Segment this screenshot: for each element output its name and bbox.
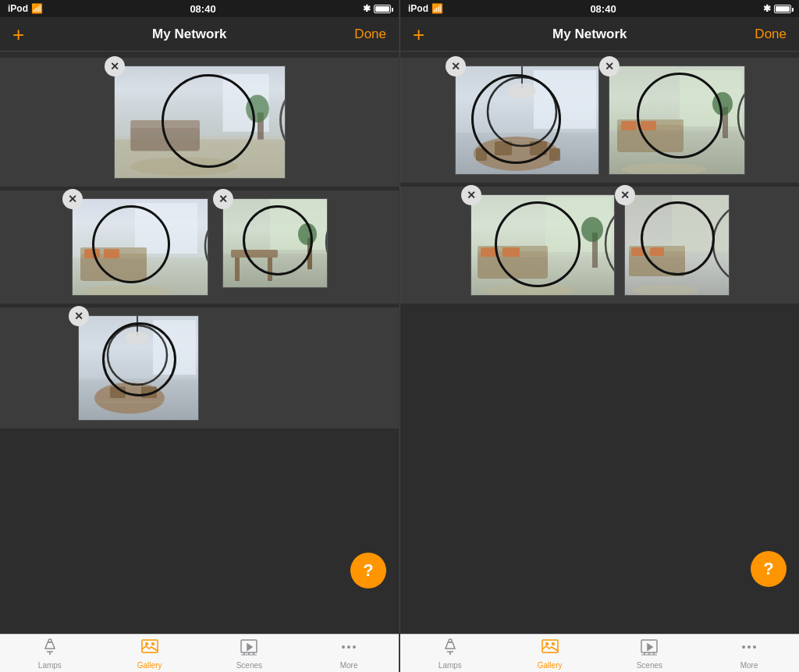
svg-point-28: [126, 332, 149, 344]
phone-panel-left: iPod 📶 08:40 ✱ + My Network Done ✕: [0, 0, 400, 672]
svg-rect-20: [235, 258, 240, 281]
nav-title-left: My Network: [152, 27, 226, 42]
svg-rect-26: [153, 320, 196, 375]
close-button-1[interactable]: ✕: [105, 56, 125, 76]
status-left: iPod 📶: [8, 3, 43, 14]
camera-item-r4[interactable]: ✕: [624, 194, 730, 296]
svg-point-85: [449, 639, 452, 642]
wifi-icon: 📶: [31, 3, 43, 14]
time-display-right: 08:40: [590, 3, 616, 15]
tab-more-left[interactable]: More: [299, 638, 399, 670]
camera-item-r1[interactable]: ✕: [455, 66, 599, 175]
status-right-left: ✱: [363, 3, 391, 14]
svg-point-23: [298, 223, 317, 245]
svg-rect-4: [130, 120, 200, 132]
camera-item-4[interactable]: ✕: [78, 315, 199, 421]
svg-rect-86: [542, 640, 558, 652]
phone-panel-right: iPod 📶 08:40 ✱ + My Network Done ✕: [400, 0, 799, 672]
svg-point-44: [347, 645, 350, 649]
more-label-right: More: [740, 661, 758, 670]
camera-item-r2[interactable]: ✕: [609, 66, 745, 175]
svg-rect-18: [270, 199, 328, 250]
svg-rect-31: [141, 386, 157, 398]
svg-rect-54: [549, 148, 560, 161]
tab-scenes-right[interactable]: Scenes: [600, 638, 700, 670]
svg-point-7: [130, 157, 238, 176]
camera-item-2[interactable]: ✕: [72, 198, 208, 296]
close-button-r2[interactable]: ✕: [599, 56, 620, 76]
svg-rect-58: [680, 70, 742, 126]
scenes-label-right: Scenes: [637, 661, 662, 670]
close-button-4[interactable]: ✕: [69, 306, 89, 326]
camera-item-r3[interactable]: ✕: [471, 194, 615, 296]
scenes-icon-right: [640, 638, 659, 660]
svg-rect-61: [621, 121, 637, 130]
add-button-right[interactable]: +: [413, 24, 424, 44]
svg-marker-38: [247, 644, 252, 650]
tab-scenes-left[interactable]: Scenes: [200, 638, 300, 670]
lamps-label-right: Lamps: [439, 661, 462, 670]
content-area-left: ✕: [0, 52, 399, 634]
svg-point-94: [748, 645, 751, 649]
svg-point-49: [508, 84, 536, 99]
svg-rect-14: [104, 249, 119, 258]
svg-rect-78: [672, 195, 730, 251]
svg-point-65: [712, 92, 733, 116]
add-button-left[interactable]: +: [12, 24, 24, 44]
status-left-right: iPod 📶: [408, 3, 443, 14]
svg-point-15: [84, 285, 170, 296]
more-label-left: More: [340, 661, 358, 670]
bluetooth-icon: ✱: [363, 3, 371, 14]
close-button-3[interactable]: ✕: [213, 189, 233, 209]
lamp-icon-right: [441, 638, 460, 660]
gallery-icon-left: [140, 638, 159, 660]
wifi-icon-right: 📶: [431, 3, 443, 14]
help-button-right[interactable]: ?: [751, 551, 787, 587]
lamps-label-left: Lamps: [38, 661, 62, 670]
done-button-left[interactable]: Done: [354, 27, 386, 42]
close-button-r1[interactable]: ✕: [446, 56, 466, 76]
svg-point-35: [48, 639, 51, 642]
svg-rect-47: [534, 70, 596, 129]
svg-rect-62: [641, 121, 656, 130]
battery-icon-right: [774, 5, 791, 13]
tab-gallery-left[interactable]: Gallery: [100, 638, 200, 670]
tab-bar-right: Lamps Gallery: [400, 634, 799, 672]
svg-rect-13: [84, 249, 100, 258]
svg-point-45: [353, 645, 356, 649]
tab-more-right[interactable]: More: [699, 638, 799, 670]
device-label: iPod: [8, 3, 28, 14]
svg-rect-82: [650, 247, 664, 256]
camera-item-1[interactable]: ✕: [114, 66, 286, 179]
gallery-icon-right: [541, 638, 559, 660]
content-area-right: ✕: [400, 52, 799, 634]
svg-point-83: [633, 285, 698, 296]
svg-rect-10: [135, 203, 197, 254]
gallery-label-left: Gallery: [137, 661, 162, 670]
close-button-r4[interactable]: ✕: [615, 185, 635, 205]
tab-gallery-right[interactable]: Gallery: [500, 638, 600, 670]
lamp-icon-left: [41, 638, 59, 660]
svg-rect-81: [631, 247, 645, 256]
nav-bar-right: + My Network Done: [400, 17, 799, 52]
gallery-label-right: Gallery: [538, 661, 563, 670]
svg-marker-88: [648, 644, 652, 650]
svg-rect-19: [231, 250, 278, 258]
tab-lamps-right[interactable]: Lamps: [400, 638, 500, 670]
tab-lamps-left[interactable]: Lamps: [0, 638, 100, 670]
svg-point-95: [753, 645, 756, 649]
svg-rect-36: [142, 640, 158, 652]
svg-point-93: [742, 645, 745, 649]
tab-bar-left: Lamps Gallery: [0, 634, 399, 672]
close-button-r3[interactable]: ✕: [461, 185, 481, 205]
more-icon-right: [740, 638, 758, 660]
svg-point-73: [485, 284, 575, 296]
time-display-left: 08:40: [190, 3, 215, 15]
svg-rect-53: [476, 148, 487, 161]
help-button-left[interactable]: ?: [350, 553, 386, 588]
done-button-right[interactable]: Done: [755, 27, 787, 42]
battery-icon-left: [374, 5, 391, 13]
bluetooth-icon-right: ✱: [763, 3, 771, 14]
camera-item-3[interactable]: ✕: [222, 198, 328, 296]
close-button-2[interactable]: ✕: [62, 189, 83, 209]
